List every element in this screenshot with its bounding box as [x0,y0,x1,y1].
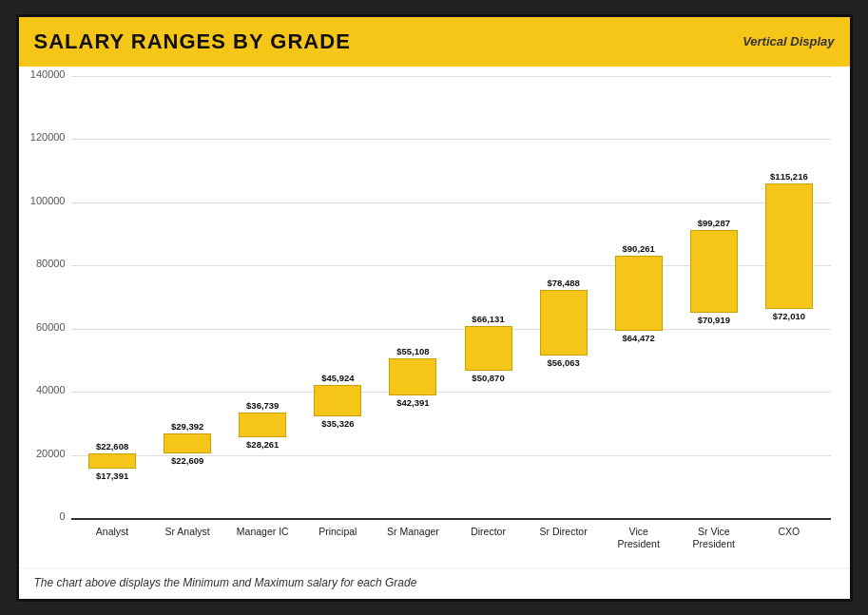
bar-min-label: $50,870 [460,373,517,383]
chart-footer: The chart above displays the Minimum and… [19,567,850,599]
y-axis-label: 0 [24,510,66,522]
bar-min-label: $56,063 [535,357,592,368]
salary-bar: $22,608$17,391 [88,453,136,469]
bar-min-label: $17,391 [84,471,141,481]
bar-group: $29,392$22,609 [164,433,211,519]
chart-body: 140000120000100000800006000040000200000 … [19,67,850,567]
chart-container: SALARY RANGES BY GRADE Vertical Display … [16,14,853,602]
chart-title: SALARY RANGES BY GRADE [34,29,351,54]
x-axis-label: Sr Manager [386,526,439,539]
x-axis-label: Vice President [612,526,665,551]
bar-max-label: $66,131 [460,314,517,324]
bar-min-label: $72,010 [761,311,818,321]
y-axis-label: 120000 [24,131,66,143]
bar-min-label: $64,472 [610,333,667,343]
bar-group: $115,216$72,010 [765,183,813,520]
bar-max-label: $78,488 [535,278,592,288]
x-axis-label: Manager IC [236,526,289,539]
chart-area: 140000120000100000800006000040000200000 … [71,76,831,520]
x-axis-label: Sr Analyst [161,526,214,539]
x-axis-label: Director [462,526,515,539]
chart-header: SALARY RANGES BY GRADE Vertical Display [19,17,850,67]
bar-group: $78,488$56,063 [540,290,588,519]
salary-bar: $90,261$64,472 [615,256,663,331]
x-axis-label: Principal [311,526,364,539]
salary-bar: $99,287$70,919 [690,230,738,313]
salary-bar: $115,216$72,010 [765,183,813,310]
x-axis: AnalystSr AnalystManager ICPrincipalSr M… [71,520,831,567]
salary-bar: $29,392$22,609 [164,433,211,453]
x-axis-label: Analyst [86,526,139,539]
salary-bar: $36,739$28,261 [239,413,286,437]
y-axis-label: 20000 [24,448,66,459]
bar-min-label: $42,391 [384,397,441,408]
x-axis-label: Sr Director [537,526,590,539]
salary-bar: $45,924$35,326 [314,385,361,416]
bar-group: $66,131$50,870 [465,326,512,519]
y-axis-label: 140000 [24,68,66,80]
bar-max-label: $115,216 [761,171,818,182]
bar-group: $90,261$64,472 [615,256,663,519]
salary-bar: $66,131$50,870 [465,326,512,371]
bar-group: $99,287$70,919 [690,230,738,520]
x-axis-label: Sr Vice President [687,526,741,551]
bar-max-label: $22,608 [84,441,141,452]
y-axis-label: 60000 [24,321,66,333]
bar-min-label: $22,609 [159,455,216,466]
bar-group: $55,108$42,391 [389,358,436,519]
y-axis-label: 80000 [24,258,66,269]
bar-max-label: $29,392 [159,421,216,432]
bar-min-label: $70,919 [685,315,743,325]
axis-line [71,518,831,520]
bar-group: $45,924$35,326 [314,385,361,519]
y-axis-label: 40000 [24,384,66,395]
bar-max-label: $90,261 [610,243,667,254]
bar-group: $36,739$28,261 [239,413,286,520]
bar-min-label: $28,261 [234,439,291,450]
x-axis-label: CXO [762,526,816,539]
bar-max-label: $45,924 [309,373,366,383]
y-axis-label: 100000 [24,195,66,206]
salary-bar: $78,488$56,063 [540,290,588,356]
bar-max-label: $99,287 [685,218,743,228]
bar-max-label: $36,739 [234,400,291,411]
bar-group: $22,608$17,391 [88,453,136,519]
footer-note: The chart above displays the Minimum and… [34,576,417,589]
salary-bar: $55,108$42,391 [389,358,436,395]
chart-subtitle: Vertical Display [743,34,834,48]
bars-wrapper: $22,608$17,391$29,392$22,609$36,739$28,2… [71,76,831,520]
bar-max-label: $55,108 [384,346,441,356]
bar-min-label: $35,326 [309,418,366,429]
